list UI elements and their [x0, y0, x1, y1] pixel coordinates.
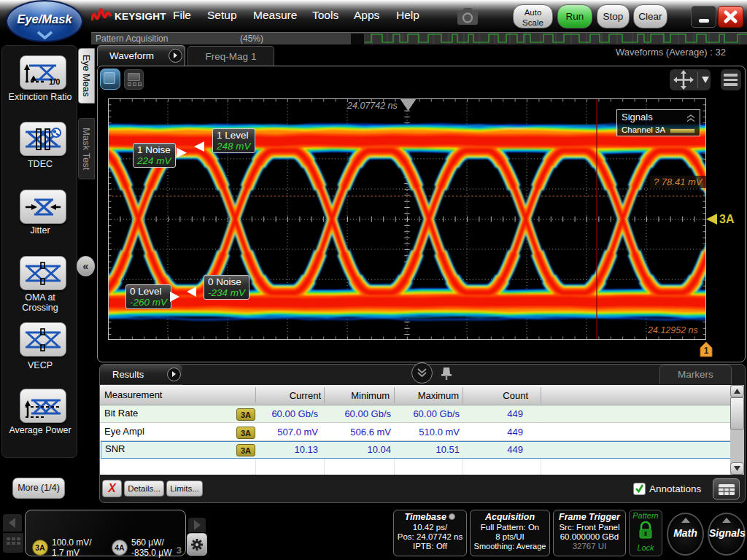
svg-text:1/0: 1/0 [49, 77, 60, 85]
svg-text:1: 1 [704, 346, 709, 356]
